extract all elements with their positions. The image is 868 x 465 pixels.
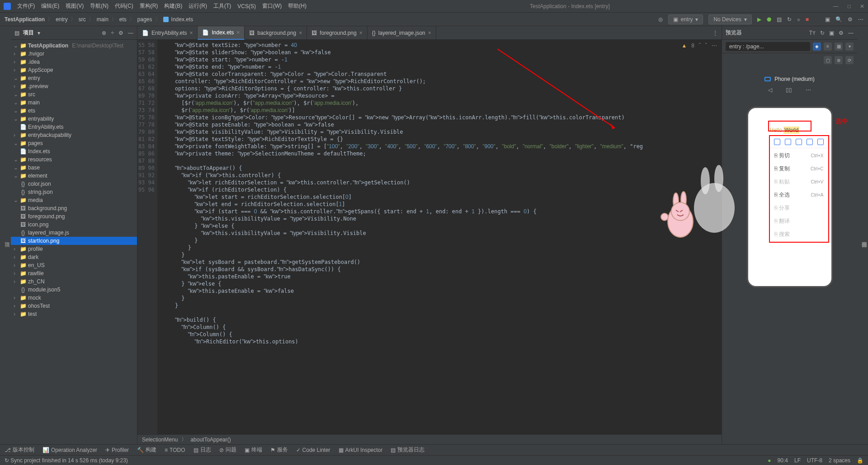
tab-layered[interactable]: {}layered_image.json× [368, 26, 436, 40]
bottom-linter[interactable]: ✓ Code Linter [296, 447, 330, 453]
bottom-services[interactable]: ⚑ 服务 [270, 446, 288, 454]
refresh-icon[interactable]: ↻ [820, 30, 825, 36]
status-caret[interactable]: 90:4 [778, 457, 788, 464]
bottom-log[interactable]: ▤ 日志 [193, 446, 211, 454]
popup-icon[interactable] [807, 139, 813, 145]
bottom-analyzer[interactable]: 📊 Operation Analyzer [42, 447, 97, 453]
code-editor[interactable]: ▲8ˆˇ⋯ 55 56 57 58 59 60 61 62 63 64 65 6… [137, 40, 722, 434]
crumb-project[interactable]: TestApplication [5, 16, 45, 23]
tab-menu-icon[interactable]: ⋮ [712, 30, 718, 36]
zoom-icon[interactable]: ⊕ [835, 56, 843, 64]
menu-vcs[interactable]: VCS(S) [237, 3, 256, 9]
crop-icon[interactable]: ▢ [824, 56, 832, 64]
close-tab-icon[interactable]: × [299, 30, 302, 36]
bottom-vcs[interactable]: ⎇ 版本控制 [5, 446, 34, 454]
crumb-file[interactable]: Index.ets [171, 16, 193, 23]
tab-index[interactable]: 📄Index.ets× [198, 26, 245, 40]
view-mode-2-icon[interactable]: ≡ [824, 42, 832, 51]
popup-icon[interactable] [785, 139, 791, 145]
crumb-main[interactable]: main [97, 16, 108, 23]
device-selector[interactable]: No Devices ▾ [708, 14, 751, 24]
bottom-profiler[interactable]: ✈ Profiler [105, 447, 129, 453]
popup-icon[interactable] [817, 139, 824, 145]
preview-body: Phone (medium) ◁ ▯▯ ⋯ 选中 Hello World [722, 67, 857, 444]
crumb-src[interactable]: src [79, 16, 86, 23]
status-eol[interactable]: LF [794, 457, 801, 464]
bottom-todo[interactable]: ≡ TODO [165, 447, 185, 453]
debug-attach-icon[interactable]: ⟐ [797, 16, 800, 23]
text-icon[interactable]: Tᴛ [809, 30, 816, 36]
restart-icon[interactable]: ↻ [787, 16, 792, 23]
menu-tools[interactable]: 工具(T) [213, 2, 231, 10]
status-encoding[interactable]: UTF-8 [807, 457, 822, 464]
preview-hide-icon[interactable]: — [848, 30, 854, 36]
menu-code[interactable]: 代码(C) [115, 2, 133, 10]
settings-icon[interactable]: ⚙ [848, 16, 853, 23]
phone-menu-icon[interactable]: ⋯ [806, 87, 811, 93]
project-tree[interactable]: ⌄📁TestApplicationE:\nana\Desktop\Test ›📁… [11, 40, 137, 444]
menu-refactor[interactable]: 重构(R) [140, 2, 158, 10]
bottom-terminal[interactable]: ▣ 终端 [245, 446, 262, 454]
bottom-problems[interactable]: ⊘ 问题 [219, 446, 236, 454]
status-lock-icon[interactable]: 🔒 [857, 457, 863, 464]
tab-background[interactable]: 🖼background.png× [245, 26, 307, 40]
context-menu-item[interactable]: ⎘ 剪切Ctrl+X [770, 149, 828, 162]
target-icon[interactable]: ◎ [658, 16, 663, 23]
debug-run-icon[interactable]: ⬣ [767, 16, 771, 23]
panel-hide-icon[interactable]: — [128, 30, 133, 36]
view-mode-3-icon[interactable]: ▦ [835, 42, 843, 51]
run-icon[interactable]: ▶ [757, 16, 761, 23]
view-mode-1-icon[interactable]: ◈ [813, 42, 821, 51]
run-config-selector[interactable]: ▣ entry ▾ [668, 14, 703, 24]
selection-red-box [768, 121, 811, 132]
menu-run[interactable]: 运行(R) [189, 2, 207, 10]
view-mode-4-icon[interactable]: ▾ [845, 42, 854, 51]
close-tab-icon[interactable]: × [428, 30, 431, 36]
more-icon[interactable]: ⋯ [858, 16, 863, 23]
tree-selected[interactable]: 🖼startIcon.png [11, 237, 137, 245]
rotate-icon[interactable]: ▣ [829, 30, 834, 36]
minimize-icon[interactable]: — [833, 3, 839, 9]
popup-icon[interactable] [774, 139, 780, 145]
bottom-prevlog[interactable]: ▤ 预览器日志 [391, 446, 425, 454]
menu-file[interactable]: 文件(F) [17, 2, 35, 10]
crumb-entry[interactable]: entry [56, 16, 68, 23]
menu-build[interactable]: 构建(B) [164, 2, 182, 10]
crumb-method[interactable]: aboutToAppear() [190, 437, 231, 443]
crumb-class[interactable]: SelectionMenu [142, 437, 178, 443]
inspection-badge[interactable]: ▲8ˆˇ⋯ [681, 42, 717, 49]
search-icon[interactable]: 🔍 [835, 16, 842, 23]
menu-view[interactable]: 视图(V) [66, 2, 84, 10]
popup-icon[interactable] [796, 139, 802, 145]
code-content[interactable]: "kw">@State textSize: "type">number = 40… [157, 40, 722, 434]
reset-icon[interactable]: ⟳ [845, 56, 854, 64]
crumb-pages[interactable]: pages [137, 16, 152, 23]
close-tab-icon[interactable]: × [189, 30, 193, 36]
crumb-ets[interactable]: ets [119, 16, 127, 23]
preview-settings-icon[interactable]: ⚙ [839, 30, 844, 36]
menu-nav[interactable]: 导航(N) [90, 2, 108, 10]
menu-edit[interactable]: 编辑(E) [41, 2, 59, 10]
context-menu-item[interactable]: ⎘ 全选Ctrl+A [770, 188, 828, 202]
tab-foreground[interactable]: 🖼foreground.png× [307, 26, 367, 40]
coverage-icon[interactable]: ▤ [777, 16, 782, 23]
phone-home-icon[interactable]: ▯▯ [786, 87, 792, 93]
bottom-build[interactable]: 🔨 构建 [137, 446, 156, 454]
maximize-icon[interactable]: □ [848, 3, 851, 9]
collapse-icon[interactable]: ÷ [111, 30, 114, 36]
menu-window[interactable]: 窗口(W) [262, 2, 282, 10]
preview-entry[interactable]: entry : /page... [726, 42, 810, 51]
ext-icon[interactable]: ▣ [825, 16, 830, 23]
close-tab-icon[interactable]: × [236, 29, 240, 36]
panel-settings-icon[interactable]: ⚙ [118, 30, 123, 36]
close-tab-icon[interactable]: × [359, 30, 363, 36]
tab-entryability[interactable]: 📄EntryAbility.ets× [137, 26, 198, 40]
phone-back-icon[interactable]: ◁ [768, 87, 772, 93]
stop-icon[interactable]: ■ [806, 16, 809, 23]
close-icon[interactable]: ✕ [860, 3, 864, 9]
bottom-inspector[interactable]: ▦ ArkUI Inspector [339, 447, 383, 453]
status-indent[interactable]: 2 spaces [829, 457, 850, 464]
context-menu-item[interactable]: ⎘ 复制Ctrl+C [770, 162, 828, 175]
locate-icon[interactable]: ⊕ [102, 30, 106, 36]
menu-help[interactable]: 帮助(H) [288, 2, 307, 10]
